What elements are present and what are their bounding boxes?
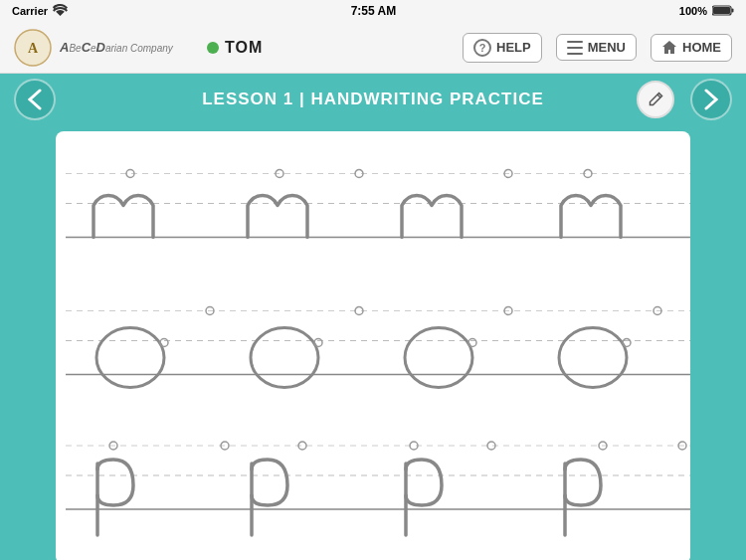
letter-m-row (56, 153, 690, 268)
content-area (56, 131, 690, 560)
help-label: HELP (496, 40, 531, 55)
home-label: HOME (682, 40, 721, 55)
status-right: 100% (679, 5, 734, 18)
chevron-right-icon (704, 89, 718, 110)
edit-button[interactable] (637, 81, 674, 118)
home-button[interactable]: HOME (651, 34, 732, 62)
lesson-bar: LESSON 1 | HANDWRITING PRACTICE (0, 74, 746, 125)
letter-o-row (56, 290, 690, 405)
pencil-icon (648, 92, 663, 107)
svg-rect-7 (567, 53, 583, 55)
user-area: TOM (207, 39, 263, 57)
svg-rect-5 (567, 41, 583, 43)
status-time: 7:55 AM (351, 4, 397, 18)
header: A ABeCeDarian Company TOM ? HELP MENU HO… (0, 22, 746, 74)
header-nav: ? HELP MENU HOME (463, 33, 732, 63)
svg-point-26 (405, 327, 472, 387)
svg-point-24 (96, 327, 164, 387)
letter-p-row (56, 428, 690, 542)
lesson-title: LESSON 1 | HANDWRITING PRACTICE (202, 90, 544, 109)
svg-text:A: A (28, 41, 39, 56)
wifi-icon (53, 4, 68, 18)
battery-label: 100% (679, 5, 707, 17)
battery-icon (712, 5, 734, 18)
home-icon (661, 40, 677, 56)
logo-text: ABeCeDarian Company (60, 40, 173, 55)
menu-label: MENU (588, 40, 626, 55)
svg-rect-1 (731, 8, 733, 12)
status-bar: Carrier 7:55 AM 100% (0, 0, 746, 22)
next-button[interactable] (690, 79, 732, 120)
status-left: Carrier (12, 4, 68, 18)
svg-rect-6 (567, 47, 583, 49)
carrier-label: Carrier (12, 5, 48, 17)
svg-rect-2 (713, 7, 730, 14)
svg-point-27 (559, 327, 627, 387)
logo-area: A ABeCeDarian Company (14, 29, 193, 67)
logo-image: A (14, 29, 52, 67)
help-icon: ? (473, 39, 491, 57)
prev-button[interactable] (14, 79, 56, 120)
menu-icon (567, 41, 583, 55)
help-button[interactable]: ? HELP (463, 33, 542, 63)
svg-point-25 (251, 327, 318, 387)
menu-button[interactable]: MENU (556, 34, 637, 61)
user-status-dot (207, 42, 219, 54)
user-name: TOM (225, 39, 263, 57)
chevron-left-icon (28, 89, 42, 110)
